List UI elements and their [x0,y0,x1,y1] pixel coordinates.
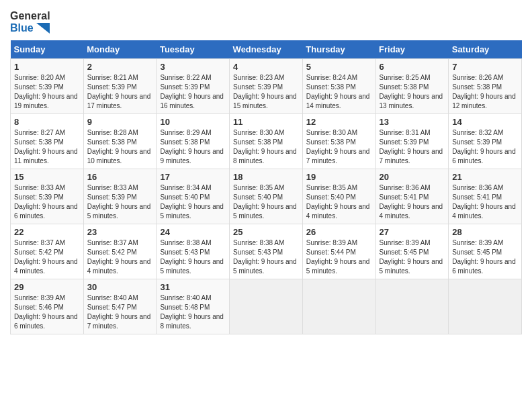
calendar-cell: 21Sunrise: 8:36 AM Sunset: 5:41 PM Dayli… [449,169,522,224]
day-info: Sunrise: 8:29 AM Sunset: 5:38 PM Dayligh… [160,128,226,166]
day-header-tuesday: Tuesday [157,40,230,59]
calendar-cell: 3Sunrise: 8:22 AM Sunset: 5:39 PM Daylig… [157,59,230,114]
day-info: Sunrise: 8:21 AM Sunset: 5:39 PM Dayligh… [87,73,153,111]
calendar-cell: 10Sunrise: 8:29 AM Sunset: 5:38 PM Dayli… [157,114,230,169]
day-number: 17 [160,172,226,182]
day-number: 10 [160,117,226,127]
calendar-cell: 17Sunrise: 8:34 AM Sunset: 5:40 PM Dayli… [157,169,230,224]
day-number: 18 [233,172,299,182]
day-info: Sunrise: 8:36 AM Sunset: 5:41 PM Dayligh… [380,183,445,221]
day-header-monday: Monday [83,40,157,59]
logo: General Blue [10,10,50,34]
day-number: 24 [160,227,226,237]
day-info: Sunrise: 8:39 AM Sunset: 5:45 PM Dayligh… [452,238,518,276]
day-number: 31 [160,282,226,292]
day-info: Sunrise: 8:28 AM Sunset: 5:38 PM Dayligh… [87,128,153,166]
calendar-week-2: 8Sunrise: 8:27 AM Sunset: 5:38 PM Daylig… [11,114,522,169]
calendar-cell: 28Sunrise: 8:39 AM Sunset: 5:45 PM Dayli… [449,224,522,279]
day-info: Sunrise: 8:20 AM Sunset: 5:39 PM Dayligh… [14,73,80,111]
day-info: Sunrise: 8:38 AM Sunset: 5:43 PM Dayligh… [233,238,299,276]
day-number: 29 [14,282,80,292]
calendar-cell: 18Sunrise: 8:35 AM Sunset: 5:40 PM Dayli… [230,169,303,224]
day-info: Sunrise: 8:26 AM Sunset: 5:38 PM Dayligh… [452,73,518,111]
calendar-cell: 31Sunrise: 8:40 AM Sunset: 5:48 PM Dayli… [157,279,230,334]
calendar-week-5: 29Sunrise: 8:39 AM Sunset: 5:46 PM Dayli… [11,279,522,334]
calendar-week-1: 1Sunrise: 8:20 AM Sunset: 5:39 PM Daylig… [11,59,522,114]
day-info: Sunrise: 8:27 AM Sunset: 5:38 PM Dayligh… [14,128,80,166]
calendar-cell [449,279,522,334]
logo-arrow-icon [36,23,50,34]
calendar-cell: 9Sunrise: 8:28 AM Sunset: 5:38 PM Daylig… [83,114,157,169]
day-header-friday: Friday [375,40,449,59]
day-info: Sunrise: 8:33 AM Sunset: 5:39 PM Dayligh… [87,183,153,221]
calendar-cell: 5Sunrise: 8:24 AM Sunset: 5:38 PM Daylig… [302,59,375,114]
calendar-week-3: 15Sunrise: 8:33 AM Sunset: 5:39 PM Dayli… [11,169,522,224]
day-info: Sunrise: 8:35 AM Sunset: 5:40 PM Dayligh… [233,183,299,221]
day-info: Sunrise: 8:30 AM Sunset: 5:38 PM Dayligh… [233,128,299,166]
day-info: Sunrise: 8:39 AM Sunset: 5:46 PM Dayligh… [14,293,80,331]
logo-text-blue: Blue [10,22,50,34]
day-info: Sunrise: 8:22 AM Sunset: 5:39 PM Dayligh… [160,73,226,111]
day-number: 6 [380,62,445,72]
day-info: Sunrise: 8:24 AM Sunset: 5:38 PM Dayligh… [306,73,372,111]
day-number: 1 [14,62,80,72]
day-number: 8 [14,117,80,127]
day-info: Sunrise: 8:30 AM Sunset: 5:38 PM Dayligh… [306,128,372,166]
day-number: 25 [233,227,299,237]
calendar-cell: 30Sunrise: 8:40 AM Sunset: 5:47 PM Dayli… [83,279,157,334]
calendar-cell: 27Sunrise: 8:39 AM Sunset: 5:45 PM Dayli… [375,224,449,279]
day-number: 3 [160,62,226,72]
calendar-cell: 16Sunrise: 8:33 AM Sunset: 5:39 PM Dayli… [83,169,157,224]
calendar-cell: 22Sunrise: 8:37 AM Sunset: 5:42 PM Dayli… [11,224,84,279]
day-info: Sunrise: 8:36 AM Sunset: 5:41 PM Dayligh… [452,183,518,221]
day-info: Sunrise: 8:40 AM Sunset: 5:48 PM Dayligh… [160,293,226,331]
day-header-wednesday: Wednesday [230,40,303,59]
day-number: 26 [306,227,372,237]
calendar-cell [375,279,449,334]
calendar-cell: 29Sunrise: 8:39 AM Sunset: 5:46 PM Dayli… [11,279,84,334]
calendar-cell: 24Sunrise: 8:38 AM Sunset: 5:43 PM Dayli… [157,224,230,279]
calendar-cell: 8Sunrise: 8:27 AM Sunset: 5:38 PM Daylig… [11,114,84,169]
calendar-table: SundayMondayTuesdayWednesdayThursdayFrid… [10,40,522,334]
day-info: Sunrise: 8:37 AM Sunset: 5:42 PM Dayligh… [87,238,153,276]
calendar-cell: 19Sunrise: 8:35 AM Sunset: 5:40 PM Dayli… [302,169,375,224]
calendar-header-row: SundayMondayTuesdayWednesdayThursdayFrid… [11,40,522,59]
calendar-cell: 14Sunrise: 8:32 AM Sunset: 5:39 PM Dayli… [449,114,522,169]
day-number: 14 [452,117,518,127]
calendar-cell: 1Sunrise: 8:20 AM Sunset: 5:39 PM Daylig… [11,59,84,114]
day-info: Sunrise: 8:31 AM Sunset: 5:39 PM Dayligh… [380,128,445,166]
calendar-cell: 23Sunrise: 8:37 AM Sunset: 5:42 PM Dayli… [83,224,157,279]
day-number: 7 [452,62,518,72]
calendar-cell: 15Sunrise: 8:33 AM Sunset: 5:39 PM Dayli… [11,169,84,224]
calendar-cell: 4Sunrise: 8:23 AM Sunset: 5:39 PM Daylig… [230,59,303,114]
day-number: 9 [87,117,153,127]
day-info: Sunrise: 8:35 AM Sunset: 5:40 PM Dayligh… [306,183,372,221]
day-number: 2 [87,62,153,72]
day-number: 27 [380,227,445,237]
page-header: General Blue [10,10,522,34]
day-number: 16 [87,172,153,182]
day-number: 13 [380,117,445,127]
day-info: Sunrise: 8:38 AM Sunset: 5:43 PM Dayligh… [160,238,226,276]
day-info: Sunrise: 8:39 AM Sunset: 5:44 PM Dayligh… [306,238,372,276]
day-header-sunday: Sunday [11,40,84,59]
calendar-cell [302,279,375,334]
calendar-cell: 26Sunrise: 8:39 AM Sunset: 5:44 PM Dayli… [302,224,375,279]
day-info: Sunrise: 8:34 AM Sunset: 5:40 PM Dayligh… [160,183,226,221]
svg-marker-0 [36,23,50,34]
day-number: 30 [87,282,153,292]
day-header-saturday: Saturday [449,40,522,59]
day-number: 28 [452,227,518,237]
day-number: 20 [380,172,445,182]
calendar-cell: 7Sunrise: 8:26 AM Sunset: 5:38 PM Daylig… [449,59,522,114]
logo-container: General Blue [10,10,50,34]
calendar-cell: 6Sunrise: 8:25 AM Sunset: 5:38 PM Daylig… [375,59,449,114]
calendar-cell [230,279,303,334]
logo-text-general: General [10,10,50,22]
day-number: 5 [306,62,372,72]
day-info: Sunrise: 8:40 AM Sunset: 5:47 PM Dayligh… [87,293,153,331]
day-number: 15 [14,172,80,182]
calendar-cell: 13Sunrise: 8:31 AM Sunset: 5:39 PM Dayli… [375,114,449,169]
calendar-week-4: 22Sunrise: 8:37 AM Sunset: 5:42 PM Dayli… [11,224,522,279]
day-info: Sunrise: 8:37 AM Sunset: 5:42 PM Dayligh… [14,238,80,276]
